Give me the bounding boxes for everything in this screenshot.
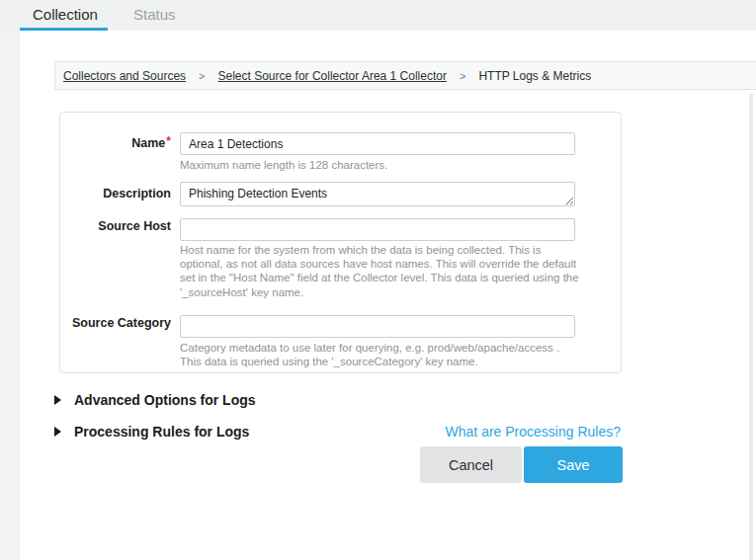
what-are-processing-rules-link[interactable]: What are Processing Rules?: [446, 424, 621, 440]
breadcrumb-separator: >: [460, 70, 465, 82]
tab-status[interactable]: Status: [133, 6, 176, 23]
section-processing-rules[interactable]: Processing Rules for Logs: [54, 424, 249, 440]
right-edge-divider: [749, 94, 753, 560]
description-textarea[interactable]: Phishing Detection Events: [180, 182, 575, 206]
advanced-options-label: Advanced Options for Logs: [74, 392, 256, 408]
source-category-label: Source Category: [60, 316, 171, 330]
source-category-input[interactable]: [180, 315, 575, 338]
source-host-help-text: Host name for the system from which the …: [180, 243, 579, 299]
section-advanced-options[interactable]: Advanced Options for Logs: [54, 392, 256, 408]
breadcrumb-current-page: HTTP Logs & Metrics: [478, 69, 591, 83]
required-asterisk: *: [166, 134, 171, 148]
breadcrumb-separator: >: [199, 70, 205, 82]
name-label: Name*: [60, 134, 171, 150]
expand-arrow-icon: [54, 427, 61, 437]
expand-arrow-icon: [54, 395, 61, 405]
source-category-help-text: Category metadata to use later for query…: [180, 341, 579, 368]
save-button[interactable]: Save: [524, 446, 623, 483]
source-form-panel: Name* Maximum name length is 128 charact…: [59, 112, 622, 373]
source-host-label: Source Host: [60, 219, 171, 233]
tab-collection[interactable]: Collection: [33, 6, 98, 23]
name-help-text: Maximum name length is 128 characters.: [180, 158, 579, 172]
source-host-input[interactable]: [180, 218, 575, 241]
cancel-button[interactable]: Cancel: [420, 446, 522, 483]
source-config-page: Collection Status Collectors and Sources…: [0, 0, 756, 560]
left-gutter: [0, 31, 20, 560]
name-input[interactable]: [180, 132, 575, 155]
breadcrumb-link-collectors-and-sources[interactable]: Collectors and Sources: [63, 69, 186, 83]
breadcrumb: Collectors and Sources > Select Source f…: [54, 61, 756, 90]
tab-bar: Collection Status: [0, 0, 756, 31]
processing-rules-label: Processing Rules for Logs: [74, 424, 249, 440]
description-label: Description: [60, 187, 171, 200]
name-label-text: Name: [131, 136, 165, 150]
breadcrumb-link-select-source[interactable]: Select Source for Collector Area 1 Colle…: [218, 69, 447, 83]
